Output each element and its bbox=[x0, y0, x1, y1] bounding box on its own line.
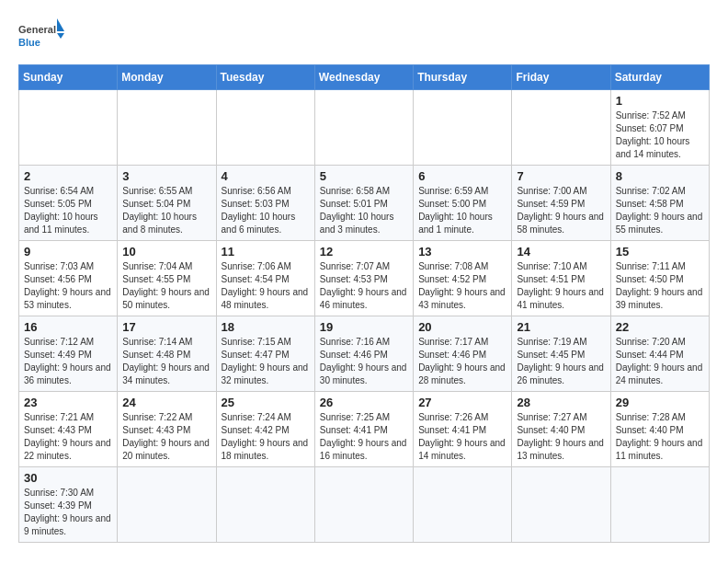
day-info: Sunrise: 7:28 AM Sunset: 4:40 PM Dayligh… bbox=[616, 411, 704, 463]
day-number: 30 bbox=[24, 471, 112, 485]
day-info: Sunrise: 7:02 AM Sunset: 4:58 PM Dayligh… bbox=[616, 185, 704, 236]
weekday-header-saturday: Saturday bbox=[610, 65, 709, 90]
day-info: Sunrise: 7:26 AM Sunset: 4:41 PM Dayligh… bbox=[418, 411, 506, 463]
day-info: Sunrise: 7:16 AM Sunset: 4:46 PM Dayligh… bbox=[320, 336, 408, 387]
svg-marker-2 bbox=[57, 18, 64, 31]
calendar-cell: 20Sunrise: 7:17 AM Sunset: 4:46 PM Dayli… bbox=[414, 316, 512, 392]
calendar-cell: 17Sunrise: 7:14 AM Sunset: 4:48 PM Dayli… bbox=[118, 316, 216, 392]
day-number: 9 bbox=[24, 245, 112, 259]
weekday-header-row: SundayMondayTuesdayWednesdayThursdayFrid… bbox=[19, 65, 710, 90]
day-number: 24 bbox=[122, 396, 210, 409]
calendar-cell: 9Sunrise: 7:03 AM Sunset: 4:56 PM Daylig… bbox=[19, 241, 118, 316]
calendar-cell bbox=[414, 90, 512, 166]
calendar-cell: 24Sunrise: 7:22 AM Sunset: 4:43 PM Dayli… bbox=[118, 392, 216, 467]
logo: General Blue bbox=[18, 18, 64, 55]
calendar-cell: 8Sunrise: 7:02 AM Sunset: 4:58 PM Daylig… bbox=[610, 166, 709, 241]
calendar-cell: 18Sunrise: 7:15 AM Sunset: 4:47 PM Dayli… bbox=[216, 316, 314, 392]
day-number: 7 bbox=[517, 169, 605, 183]
day-number: 22 bbox=[616, 320, 704, 334]
day-info: Sunrise: 7:24 AM Sunset: 4:42 PM Dayligh… bbox=[222, 411, 310, 463]
day-info: Sunrise: 7:08 AM Sunset: 4:52 PM Dayligh… bbox=[418, 260, 506, 312]
svg-text:General: General bbox=[18, 24, 56, 35]
calendar-cell: 11Sunrise: 7:06 AM Sunset: 4:54 PM Dayli… bbox=[216, 241, 314, 316]
calendar-cell: 2Sunrise: 6:54 AM Sunset: 5:05 PM Daylig… bbox=[19, 166, 118, 241]
calendar-cell: 16Sunrise: 7:12 AM Sunset: 4:49 PM Dayli… bbox=[19, 316, 118, 392]
day-info: Sunrise: 7:20 AM Sunset: 4:44 PM Dayligh… bbox=[616, 336, 704, 387]
day-info: Sunrise: 7:14 AM Sunset: 4:48 PM Dayligh… bbox=[122, 336, 210, 387]
day-info: Sunrise: 6:59 AM Sunset: 5:00 PM Dayligh… bbox=[418, 185, 506, 236]
day-info: Sunrise: 6:56 AM Sunset: 5:03 PM Dayligh… bbox=[222, 185, 310, 236]
calendar-cell: 28Sunrise: 7:27 AM Sunset: 4:40 PM Dayli… bbox=[512, 392, 610, 467]
day-number: 4 bbox=[222, 169, 310, 183]
weekday-header-thursday: Thursday bbox=[414, 65, 512, 90]
calendar-cell bbox=[314, 467, 413, 543]
weekday-header-tuesday: Tuesday bbox=[216, 65, 314, 90]
day-info: Sunrise: 7:27 AM Sunset: 4:40 PM Dayligh… bbox=[517, 411, 605, 463]
calendar-table: SundayMondayTuesdayWednesdayThursdayFrid… bbox=[18, 64, 710, 543]
calendar-cell: 15Sunrise: 7:11 AM Sunset: 4:50 PM Dayli… bbox=[610, 241, 709, 316]
day-info: Sunrise: 7:07 AM Sunset: 4:53 PM Dayligh… bbox=[320, 260, 408, 312]
calendar-week-1: 1Sunrise: 7:52 AM Sunset: 6:07 PM Daylig… bbox=[19, 90, 710, 166]
day-number: 17 bbox=[122, 320, 210, 334]
day-number: 8 bbox=[616, 169, 704, 183]
day-number: 25 bbox=[222, 396, 310, 409]
calendar-cell bbox=[19, 90, 118, 166]
calendar-cell bbox=[610, 467, 709, 543]
calendar-cell: 5Sunrise: 6:58 AM Sunset: 5:01 PM Daylig… bbox=[314, 166, 413, 241]
weekday-header-sunday: Sunday bbox=[19, 65, 118, 90]
weekday-header-wednesday: Wednesday bbox=[314, 65, 413, 90]
calendar-cell: 4Sunrise: 6:56 AM Sunset: 5:03 PM Daylig… bbox=[216, 166, 314, 241]
calendar-cell: 25Sunrise: 7:24 AM Sunset: 4:42 PM Dayli… bbox=[216, 392, 314, 467]
day-info: Sunrise: 6:55 AM Sunset: 5:04 PM Dayligh… bbox=[122, 185, 210, 236]
day-number: 19 bbox=[320, 320, 408, 334]
calendar-cell: 10Sunrise: 7:04 AM Sunset: 4:55 PM Dayli… bbox=[118, 241, 216, 316]
calendar-cell bbox=[414, 467, 512, 543]
day-number: 1 bbox=[616, 94, 704, 108]
calendar-week-2: 2Sunrise: 6:54 AM Sunset: 5:05 PM Daylig… bbox=[19, 166, 710, 241]
weekday-header-friday: Friday bbox=[512, 65, 610, 90]
day-info: Sunrise: 7:17 AM Sunset: 4:46 PM Dayligh… bbox=[418, 336, 506, 387]
day-number: 3 bbox=[122, 169, 210, 183]
day-number: 16 bbox=[24, 320, 112, 334]
svg-text:Blue: Blue bbox=[18, 37, 40, 48]
day-number: 26 bbox=[320, 396, 408, 409]
day-info: Sunrise: 7:19 AM Sunset: 4:45 PM Dayligh… bbox=[517, 336, 605, 387]
calendar-cell bbox=[118, 90, 216, 166]
day-number: 11 bbox=[222, 245, 310, 259]
day-number: 18 bbox=[222, 320, 310, 334]
day-info: Sunrise: 7:25 AM Sunset: 4:41 PM Dayligh… bbox=[320, 411, 408, 463]
day-info: Sunrise: 7:10 AM Sunset: 4:51 PM Dayligh… bbox=[517, 260, 605, 312]
day-number: 27 bbox=[418, 396, 506, 409]
calendar-cell bbox=[216, 467, 314, 543]
calendar-week-4: 16Sunrise: 7:12 AM Sunset: 4:49 PM Dayli… bbox=[19, 316, 710, 392]
day-info: Sunrise: 7:00 AM Sunset: 4:59 PM Dayligh… bbox=[517, 185, 605, 236]
day-number: 13 bbox=[418, 245, 506, 259]
calendar-cell bbox=[118, 467, 216, 543]
day-number: 10 bbox=[122, 245, 210, 259]
logo-svg: General Blue bbox=[18, 18, 64, 55]
calendar-cell: 14Sunrise: 7:10 AM Sunset: 4:51 PM Dayli… bbox=[512, 241, 610, 316]
day-number: 14 bbox=[517, 245, 605, 259]
day-number: 15 bbox=[616, 245, 704, 259]
calendar-cell: 21Sunrise: 7:19 AM Sunset: 4:45 PM Dayli… bbox=[512, 316, 610, 392]
calendar-cell: 27Sunrise: 7:26 AM Sunset: 4:41 PM Dayli… bbox=[414, 392, 512, 467]
calendar-week-3: 9Sunrise: 7:03 AM Sunset: 4:56 PM Daylig… bbox=[19, 241, 710, 316]
day-info: Sunrise: 6:58 AM Sunset: 5:01 PM Dayligh… bbox=[320, 185, 408, 236]
day-info: Sunrise: 7:11 AM Sunset: 4:50 PM Dayligh… bbox=[616, 260, 704, 312]
day-number: 29 bbox=[616, 396, 704, 409]
calendar-cell: 29Sunrise: 7:28 AM Sunset: 4:40 PM Dayli… bbox=[610, 392, 709, 467]
calendar-cell bbox=[216, 90, 314, 166]
day-number: 20 bbox=[418, 320, 506, 334]
calendar-cell: 12Sunrise: 7:07 AM Sunset: 4:53 PM Dayli… bbox=[314, 241, 413, 316]
day-number: 12 bbox=[320, 245, 408, 259]
calendar-cell: 22Sunrise: 7:20 AM Sunset: 4:44 PM Dayli… bbox=[610, 316, 709, 392]
day-number: 21 bbox=[517, 320, 605, 334]
page-header: General Blue bbox=[18, 18, 710, 55]
day-info: Sunrise: 7:22 AM Sunset: 4:43 PM Dayligh… bbox=[122, 411, 210, 463]
day-number: 5 bbox=[320, 169, 408, 183]
day-number: 6 bbox=[418, 169, 506, 183]
day-number: 2 bbox=[24, 169, 112, 183]
calendar-cell: 19Sunrise: 7:16 AM Sunset: 4:46 PM Dayli… bbox=[314, 316, 413, 392]
day-info: Sunrise: 7:52 AM Sunset: 6:07 PM Dayligh… bbox=[616, 109, 704, 161]
calendar-cell: 3Sunrise: 6:55 AM Sunset: 5:04 PM Daylig… bbox=[118, 166, 216, 241]
